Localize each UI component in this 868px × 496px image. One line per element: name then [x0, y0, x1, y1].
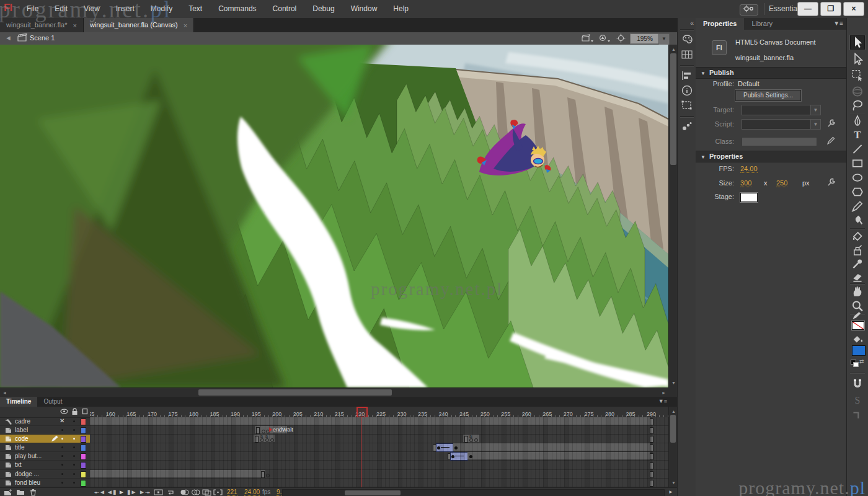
- align-panel-icon[interactable]: [681, 70, 693, 81]
- layer-row-txt[interactable]: txt: [0, 461, 90, 469]
- ink-bottle-tool[interactable]: [851, 244, 864, 257]
- scroll-down-icon[interactable]: ▼: [671, 478, 676, 487]
- scrollbar-thumb[interactable]: [670, 53, 676, 165]
- step-forward-button[interactable]: ▮►: [127, 489, 136, 496]
- step-back-button[interactable]: ◄▮: [107, 489, 116, 496]
- lasso-tool[interactable]: [851, 99, 864, 112]
- stage-height-value[interactable]: 250: [776, 179, 787, 187]
- timeline-ruler[interactable]: 1551601651701751801851901952002052102152…: [90, 407, 668, 417]
- layer-row-play-button[interactable]: play but...: [0, 452, 90, 461]
- smooth-option[interactable]: S: [851, 394, 864, 407]
- rectangle-tool[interactable]: [851, 157, 864, 170]
- timeline-vertical-scrollbar[interactable]: ▲ ▼: [668, 407, 678, 487]
- transform-panel-icon[interactable]: [681, 100, 693, 111]
- scroll-right-icon[interactable]: ►: [668, 489, 673, 496]
- stage-width-value[interactable]: 300: [740, 179, 751, 187]
- timeline-frames-grid[interactable]: endWait a a a: [90, 417, 668, 487]
- menu-item[interactable]: Window: [343, 0, 386, 18]
- scroll-up-icon[interactable]: ▲: [671, 45, 676, 54]
- fill-color-icon[interactable]: [851, 335, 864, 345]
- scrollbar-thumb[interactable]: [198, 389, 392, 396]
- menu-item[interactable]: Modify: [143, 0, 180, 18]
- loop-icon[interactable]: [166, 489, 175, 496]
- menu-item[interactable]: Help: [385, 0, 417, 18]
- wrench-icon[interactable]: [827, 178, 836, 187]
- scene-breadcrumb[interactable]: Scene 1: [30, 34, 55, 42]
- pencil-icon[interactable]: [827, 136, 835, 144]
- scroll-left-icon[interactable]: ◄: [2, 388, 7, 397]
- expand-panels-icon[interactable]: «: [690, 19, 694, 27]
- tab-library[interactable]: Library: [744, 18, 780, 30]
- panel-menu-icon[interactable]: ▼≡: [833, 20, 843, 27]
- layer-color-swatch[interactable]: [81, 427, 86, 434]
- brush-tool[interactable]: [851, 214, 864, 227]
- menu-item[interactable]: Control: [265, 0, 305, 18]
- paint-bucket-tool[interactable]: [851, 230, 864, 243]
- polystar-tool[interactable]: [851, 185, 864, 198]
- swap-colors-icon[interactable]: ⇄: [859, 358, 864, 365]
- close-icon[interactable]: ×: [184, 22, 187, 29]
- onion-skin-outline-icon[interactable]: [191, 489, 200, 496]
- layer-row-label[interactable]: label: [0, 426, 90, 435]
- snap-to-objects-magnet[interactable]: [851, 378, 864, 391]
- goto-last-frame-button[interactable]: ►⯮: [139, 489, 150, 496]
- selection-tool[interactable]: [850, 35, 865, 50]
- pencil-tool[interactable]: [851, 200, 864, 213]
- edit-scene-icon[interactable]: [582, 33, 594, 43]
- layer-row-dodge[interactable]: dodge ...: [0, 470, 90, 479]
- color-panel-icon[interactable]: [681, 34, 693, 45]
- info-panel-icon[interactable]: [681, 85, 693, 96]
- stage-canvas[interactable]: programy.net.pl: [0, 45, 668, 388]
- stroke-color-swatch[interactable]: [852, 321, 864, 330]
- tab-output[interactable]: Output: [37, 397, 68, 407]
- line-tool[interactable]: [851, 143, 864, 156]
- free-transform-tool[interactable]: [851, 69, 864, 82]
- menu-item[interactable]: View: [76, 0, 108, 18]
- text-tool[interactable]: T: [851, 128, 864, 141]
- goto-first-frame-button[interactable]: ⯬◄: [94, 489, 105, 496]
- stroke-color-icon[interactable]: [851, 311, 864, 321]
- layer-color-swatch[interactable]: [81, 471, 86, 478]
- eyedropper-tool[interactable]: [851, 257, 864, 270]
- close-button[interactable]: ×: [843, 2, 864, 16]
- swatches-panel-icon[interactable]: [681, 49, 693, 60]
- tab-timeline[interactable]: Timeline: [0, 397, 37, 407]
- center-frame-icon[interactable]: [154, 489, 163, 496]
- stage-horizontal-scrollbar[interactable]: ◄ ►: [0, 388, 668, 397]
- center-stage-icon[interactable]: [616, 33, 626, 43]
- menu-item[interactable]: Debug: [304, 0, 342, 18]
- zoom-dropdown-button[interactable]: ▼: [658, 33, 670, 45]
- pen-tool[interactable]: [851, 115, 864, 128]
- hand-tool[interactable]: [851, 285, 864, 298]
- menu-item[interactable]: Text: [180, 0, 210, 18]
- outline-column-icon[interactable]: [82, 408, 88, 415]
- layer-row-title[interactable]: title: [0, 443, 90, 452]
- play-button[interactable]: ►: [118, 489, 125, 496]
- zoom-level-input[interactable]: 195%: [630, 33, 660, 44]
- layer-color-swatch[interactable]: [81, 462, 86, 469]
- menu-item[interactable]: Edit: [46, 0, 76, 18]
- layer-row-cadre[interactable]: cadre ✕: [0, 417, 90, 426]
- wrench-icon[interactable]: [827, 119, 836, 128]
- eraser-tool[interactable]: [851, 270, 864, 283]
- delete-layer-icon[interactable]: [30, 489, 37, 496]
- new-folder-icon[interactable]: [16, 489, 25, 495]
- 3d-rotation-tool[interactable]: [851, 85, 864, 98]
- properties-section-header[interactable]: ▼Properties: [696, 151, 846, 162]
- timeline-horizontal-scrollbar[interactable]: [282, 489, 665, 496]
- back-arrow-icon[interactable]: ◄: [5, 34, 12, 42]
- code-snippets-panel-icon[interactable]: [681, 121, 693, 132]
- lock-column-icon[interactable]: [71, 408, 78, 415]
- layer-color-swatch[interactable]: [81, 418, 86, 425]
- tab-properties[interactable]: Properties: [696, 18, 744, 30]
- panel-menu-icon[interactable]: ▼≡: [658, 398, 667, 404]
- fill-color-swatch[interactable]: [852, 345, 866, 356]
- onion-skin-icon[interactable]: [180, 489, 189, 496]
- edit-multiple-frames-icon[interactable]: [202, 489, 211, 496]
- zoom-tool[interactable]: [851, 299, 864, 312]
- playhead-marker[interactable]: [356, 407, 368, 417]
- cc-sync-button[interactable]: [740, 4, 758, 16]
- layer-color-swatch[interactable]: [81, 436, 86, 443]
- publish-settings-button[interactable]: Publish Settings...: [735, 90, 801, 101]
- document-tab[interactable]: wingsuit_banner.fla* ×: [0, 18, 84, 32]
